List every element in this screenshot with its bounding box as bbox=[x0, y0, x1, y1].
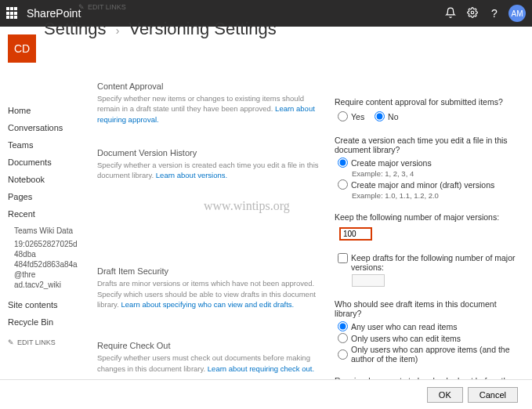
edit-links-top[interactable]: ✎ EDIT LINKS bbox=[78, 3, 277, 11]
chevron-right-icon: › bbox=[116, 24, 120, 37]
minor-versions-radio[interactable] bbox=[338, 179, 348, 190]
minor-example: Example: 1.0, 1.1, 1.2, 2.0 bbox=[352, 191, 523, 200]
nav-recent-item[interactable]: Teams Wiki Data bbox=[8, 223, 81, 239]
left-nav: CD Home Conversations Teams Documents No… bbox=[0, 27, 88, 379]
learn-versions-link[interactable]: Learn about versions. bbox=[156, 171, 227, 179]
section-title-draft-security: Draft Item Security bbox=[97, 266, 319, 276]
section-desc-checkout: Specify whether users must check out doc… bbox=[97, 353, 319, 374]
nav-conversations[interactable]: Conversations bbox=[8, 119, 81, 136]
who-read-radio[interactable] bbox=[338, 321, 348, 331]
section-title-version-history: Document Version History bbox=[97, 148, 319, 157]
edit-links-label: EDIT LINKS bbox=[17, 338, 56, 346]
cancel-button[interactable]: Cancel bbox=[468, 387, 518, 403]
nav-home[interactable]: Home bbox=[8, 102, 81, 119]
keep-drafts-label: Keep drafts for the following number of … bbox=[351, 253, 523, 272]
page-header: ✎ EDIT LINKS Settings › Versioning Setti… bbox=[44, 34, 277, 39]
section-descriptions: Content Approval Specify whether new ite… bbox=[97, 81, 319, 371]
who-read-label: Any user who can read items bbox=[351, 322, 457, 331]
footer-buttons: OK Cancel bbox=[0, 379, 532, 409]
nav-pages[interactable]: Pages bbox=[8, 188, 81, 205]
minor-versions-label: Create major and minor (draft) versions bbox=[351, 180, 494, 190]
app-launcher-icon[interactable] bbox=[6, 7, 19, 20]
nav-recycle-bin[interactable]: Recycle Bin bbox=[8, 313, 81, 331]
nav-site-contents[interactable]: Site contents bbox=[8, 296, 81, 313]
major-versions-radio[interactable] bbox=[338, 157, 348, 168]
svg-point-0 bbox=[471, 11, 474, 14]
nav-notebook[interactable]: Notebook bbox=[8, 171, 81, 188]
breadcrumb-parent[interactable]: Settings bbox=[44, 19, 107, 38]
settings-controls: Require content approval for submitted i… bbox=[335, 81, 523, 371]
approval-question: Require content approval for submitted i… bbox=[335, 97, 523, 107]
nav-teams[interactable]: Teams bbox=[8, 136, 81, 154]
who-edit-radio[interactable] bbox=[338, 333, 348, 343]
keep-drafts-input-disabled bbox=[352, 274, 385, 287]
site-logo-tile[interactable]: CD bbox=[8, 34, 36, 63]
approval-yes-radio[interactable] bbox=[338, 111, 348, 121]
section-title-checkout: Require Check Out bbox=[97, 341, 319, 350]
edit-links-label: EDIT LINKS bbox=[88, 3, 126, 11]
major-example: Example: 1, 2, 3, 4 bbox=[352, 169, 523, 178]
who-approve-label: Only users who can approve items (and th… bbox=[351, 345, 523, 364]
pencil-icon: ✎ bbox=[78, 3, 85, 11]
user-avatar[interactable]: AM bbox=[508, 5, 526, 22]
learn-drafts-link[interactable]: Learn about specifying who can view and … bbox=[121, 300, 294, 309]
who-edit-label: Only users who can edit items bbox=[351, 334, 461, 343]
major-versions-label: Create major versions bbox=[351, 158, 432, 168]
section-desc-content-approval: Specify whether new items or changes to … bbox=[97, 93, 319, 125]
section-title-content-approval: Content Approval bbox=[97, 81, 319, 91]
breadcrumb: Settings › Versioning Settings bbox=[44, 19, 277, 39]
keep-major-label: Keep the following number of major versi… bbox=[335, 212, 523, 222]
who-approve-radio[interactable] bbox=[338, 349, 348, 360]
no-label: No bbox=[388, 112, 398, 121]
who-question: Who should see draft items in this docum… bbox=[335, 299, 523, 318]
keep-drafts-checkbox[interactable] bbox=[338, 253, 348, 263]
keep-major-input[interactable] bbox=[339, 227, 372, 241]
pencil-icon: ✎ bbox=[8, 338, 14, 346]
edit-links-bottom[interactable]: ✎ EDIT LINKS bbox=[8, 338, 81, 346]
version-question: Create a version each time you edit a fi… bbox=[335, 136, 523, 154]
notifications-icon[interactable] bbox=[440, 7, 461, 20]
breadcrumb-current: Versioning Settings bbox=[128, 19, 276, 38]
ok-button[interactable]: OK bbox=[427, 387, 463, 403]
section-desc-version-history: Specify whether a version is created eac… bbox=[97, 160, 319, 181]
settings-icon[interactable] bbox=[461, 7, 483, 20]
section-desc-draft-security: Drafts are minor versions or items which… bbox=[97, 278, 319, 309]
nav-documents[interactable]: Documents bbox=[8, 154, 81, 171]
help-icon[interactable]: ? bbox=[483, 7, 505, 20]
nav-recent[interactable]: Recent bbox=[8, 205, 81, 223]
yes-label: Yes bbox=[351, 112, 364, 121]
app-title: SharePoint bbox=[27, 7, 81, 20]
nav-recent-id[interactable]: 19:02652827025d48dba 484fd52d863a84a@thr… bbox=[8, 239, 81, 290]
learn-checkout-link[interactable]: Learn about requiring check out. bbox=[208, 364, 314, 373]
approval-no-radio[interactable] bbox=[375, 111, 385, 121]
